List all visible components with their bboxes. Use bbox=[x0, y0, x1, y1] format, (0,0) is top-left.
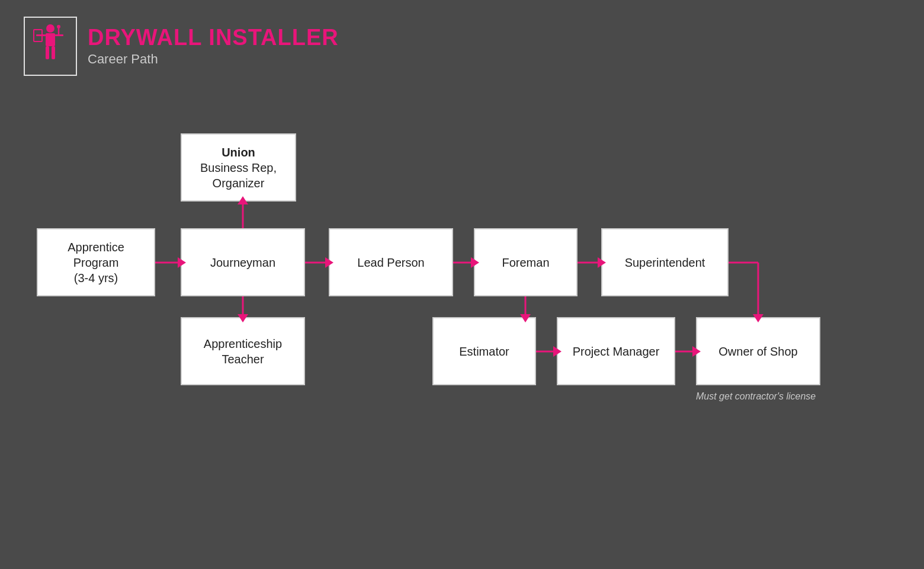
union-label-bold: Union bbox=[222, 146, 255, 159]
estimator-box: Estimator bbox=[432, 317, 536, 385]
foreman-label: Foreman bbox=[502, 255, 549, 270]
project-manager-box: Project Manager bbox=[557, 317, 675, 385]
owner-of-shop-label: Owner of Shop bbox=[718, 344, 797, 359]
contractor-note: Must get contractor's license bbox=[696, 391, 816, 402]
foreman-box: Foreman bbox=[474, 228, 578, 296]
page-title: DRYWALL INSTALLER bbox=[88, 25, 339, 50]
header: DRYWALL INSTALLER Career Path bbox=[24, 17, 339, 76]
svg-point-8 bbox=[57, 25, 60, 28]
header-icon-box bbox=[24, 17, 77, 76]
lead-person-box: Lead Person bbox=[329, 228, 453, 296]
superintendent-label: Superintendent bbox=[625, 255, 705, 270]
lead-person-label: Lead Person bbox=[357, 255, 424, 270]
apprenticeship-teacher-box: Apprenticeship Teacher bbox=[181, 317, 305, 385]
owner-of-shop-box: Owner of Shop bbox=[696, 317, 820, 385]
superintendent-box: Superintendent bbox=[601, 228, 729, 296]
apprentice-line2: Program bbox=[73, 256, 119, 269]
union-label-line3: Organizer bbox=[213, 177, 265, 190]
apprentice-line3: (3-4 yrs) bbox=[74, 271, 118, 284]
svg-rect-6 bbox=[52, 46, 55, 59]
drywall-installer-icon bbox=[33, 24, 68, 69]
apprentice-line1: Apprentice bbox=[68, 241, 124, 254]
estimator-label: Estimator bbox=[459, 344, 509, 359]
teacher-line2: Teacher bbox=[222, 353, 264, 366]
page-subtitle: Career Path bbox=[88, 52, 339, 67]
svg-rect-1 bbox=[46, 33, 55, 46]
svg-point-0 bbox=[46, 24, 54, 33]
union-box: Union Business Rep, Organizer bbox=[181, 133, 296, 202]
journeyman-label: Journeyman bbox=[210, 255, 275, 270]
svg-rect-2 bbox=[36, 34, 46, 36]
header-text-block: DRYWALL INSTALLER Career Path bbox=[88, 25, 339, 67]
teacher-line1: Apprenticeship bbox=[204, 337, 282, 350]
union-label-line2: Business Rep, bbox=[200, 161, 277, 174]
project-manager-label: Project Manager bbox=[573, 344, 660, 359]
svg-rect-5 bbox=[46, 46, 49, 59]
journeyman-box: Journeyman bbox=[181, 228, 305, 296]
apprentice-program-box: Apprentice Program (3-4 yrs) bbox=[37, 228, 155, 296]
